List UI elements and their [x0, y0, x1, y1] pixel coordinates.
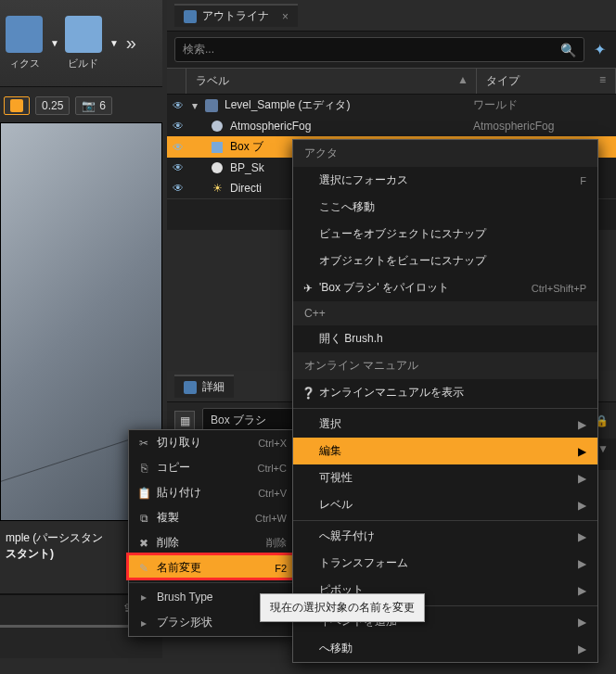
toolbar-label: ィクス	[9, 57, 40, 70]
menu-item-focus[interactable]: 選択にフォーカスF	[293, 167, 597, 194]
menu-item-manual[interactable]: ❔オンラインマニュアルを表示	[293, 379, 597, 406]
duplicate-icon: ⧉	[136, 512, 151, 525]
expand-icon[interactable]: ▸	[138, 617, 149, 629]
visibility-eye-icon[interactable]: 👁	[171, 99, 186, 112]
menu-item-paste[interactable]: 📋貼り付けCtrl+V	[129, 480, 296, 505]
menu-section-actor: アクタ	[293, 140, 597, 167]
build-icon	[65, 16, 102, 53]
menu-item-move-to[interactable]: へ移動▶	[293, 635, 597, 662]
search-icon: 🔍	[560, 43, 576, 57]
tab-title: アウトライナ	[202, 8, 269, 24]
visibility-eye-icon[interactable]: 👁	[171, 182, 186, 195]
submenu-arrow-icon: ▶	[578, 642, 586, 655]
toolbar-button-physics[interactable]: ィクス	[6, 16, 43, 70]
details-icon	[184, 381, 197, 394]
menu-item-visibility[interactable]: 可視性▶	[293, 464, 597, 491]
world-icon	[204, 98, 219, 113]
blueprint-icon	[210, 160, 225, 175]
tooltip-text: 現在の選択対象の名前を変更	[270, 601, 415, 614]
toolbar-label: ビルド	[68, 57, 98, 70]
menu-item-snap-view-to-object[interactable]: ビューをオブジェクトにスナップ	[293, 221, 597, 248]
sort-asc-icon: ▲	[457, 73, 468, 86]
search-placeholder: 検索...	[183, 42, 214, 57]
expand-toggle-icon[interactable]: ▾	[189, 99, 200, 112]
physics-icon	[6, 16, 43, 53]
camera-speed[interactable]: 📷 6	[75, 96, 112, 115]
help-icon: ❔	[301, 387, 315, 400]
menu-item-level[interactable]: レベル▶	[293, 491, 597, 518]
outliner-tab[interactable]: アウトライナ ×	[174, 4, 298, 27]
scale-snap-icon	[10, 99, 23, 112]
submenu-arrow-icon: ▶	[578, 445, 586, 458]
menu-item-gohere[interactable]: ここへ移動	[293, 194, 597, 221]
add-filter-button[interactable]: ✦	[590, 41, 609, 59]
submenu-arrow-icon: ▶	[578, 530, 586, 543]
submenu-arrow-icon: ▶	[578, 472, 586, 485]
menu-item-duplicate[interactable]: ⧉複製Ctrl+W	[129, 505, 296, 530]
outliner-search-input[interactable]: 検索... 🔍	[174, 37, 584, 62]
copy-icon: ⎘	[136, 462, 151, 475]
menu-item-cut[interactable]: ✂切り取りCtrl+X	[129, 430, 296, 455]
visibility-eye-icon[interactable]: 👁	[171, 161, 186, 174]
menu-item-pilot[interactable]: ✈'Box ブラシ' をパイロットCtrl+Shift+P	[293, 274, 597, 301]
col-visibility[interactable]	[167, 69, 186, 94]
toolbar-overflow-icon[interactable]: »	[126, 32, 136, 54]
directional-light-icon: ☀	[210, 181, 225, 196]
cut-icon: ✂	[136, 437, 151, 450]
menu-item-select[interactable]: 選択▶	[293, 411, 597, 438]
tooltip: 現在の選択対象の名前を変更	[260, 593, 425, 622]
tree-row-world[interactable]: 👁 ▾ Level_Sample (エディタ) ワールド	[167, 95, 616, 116]
outliner-icon	[184, 10, 197, 23]
main-toolbar: ィクス ▼ ビルド ▼ »	[0, 0, 162, 87]
outliner-columns: ラベル▲ タイプ≡	[167, 68, 616, 95]
fog-icon	[210, 119, 225, 134]
menu-item-rename[interactable]: ✎名前変更F2	[129, 555, 296, 580]
visibility-eye-icon[interactable]: 👁	[171, 120, 186, 133]
submenu-arrow-icon: ▶	[578, 499, 586, 512]
menu-item-copy[interactable]: ⎘コピーCtrl+C	[129, 455, 296, 480]
submenu-arrow-icon: ▶	[578, 557, 586, 570]
dropdown-arrow-icon[interactable]: ▼	[109, 38, 119, 48]
menu-section-cpp: C++	[293, 301, 597, 325]
delete-icon: ✖	[136, 537, 151, 550]
menu-item-open-source[interactable]: 開く Brush.h	[293, 325, 597, 352]
pilot-icon: ✈	[301, 282, 315, 295]
submenu-arrow-icon: ▶	[578, 616, 586, 629]
outliner-tab-bar: アウトライナ ×	[167, 0, 616, 32]
viewport-snap-toolbar: 0.25 📷 6	[0, 93, 162, 119]
menu-section-manual: オンライン マニュアル	[293, 352, 597, 379]
col-type[interactable]: タイプ≡	[477, 69, 616, 94]
actor-context-menu: アクタ 選択にフォーカスF ここへ移動 ビューをオブジェクトにスナップ オブジェ…	[292, 139, 598, 663]
tab-title: 詳細	[202, 379, 225, 395]
visibility-eye-icon[interactable]: 👁	[171, 141, 186, 154]
submenu-arrow-icon: ▶	[578, 418, 586, 431]
dropdown-arrow-icon[interactable]: ▼	[50, 38, 59, 48]
menu-item-transform[interactable]: トランスフォーム▶	[293, 550, 597, 577]
expand-icon[interactable]: ▸	[138, 591, 149, 604]
scale-snap-value[interactable]: 0.25	[35, 96, 70, 115]
paste-icon: 📋	[136, 487, 151, 500]
details-tab[interactable]: 詳細	[174, 375, 234, 398]
toolbar-button-build[interactable]: ビルド	[65, 16, 102, 70]
col-menu-icon[interactable]: ≡	[599, 73, 606, 86]
col-label[interactable]: ラベル▲	[186, 69, 477, 94]
menu-item-delete[interactable]: ✖削除削除	[129, 530, 296, 555]
submenu-arrow-icon: ▶	[578, 584, 586, 597]
menu-item-attach[interactable]: へ親子付け▶	[293, 523, 597, 550]
tree-row-fog[interactable]: 👁 AtmosphericFog AtmosphericFog	[167, 116, 616, 136]
rename-icon: ✎	[136, 562, 151, 575]
box-brush-icon	[210, 140, 225, 155]
menu-item-snap-object-to-view[interactable]: オブジェクトをビューにスナップ	[293, 248, 597, 274]
actor-thumbnail-icon: ▦	[174, 411, 195, 431]
dropdown-arrow-icon[interactable]: ▼	[597, 442, 609, 466]
menu-item-edit[interactable]: 編集▶	[293, 438, 597, 464]
scale-snap-toggle[interactable]	[4, 96, 30, 115]
close-icon[interactable]: ×	[282, 10, 289, 23]
